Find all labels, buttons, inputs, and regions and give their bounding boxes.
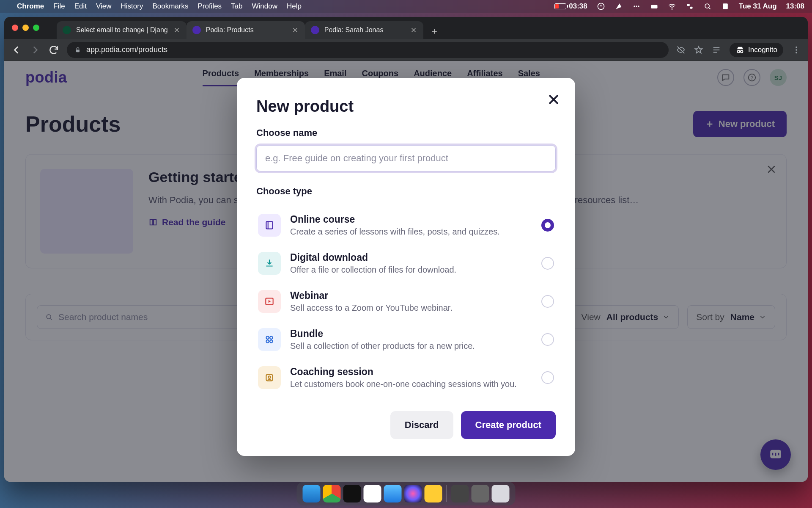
wifi-icon[interactable] xyxy=(668,2,676,11)
svg-point-23 xyxy=(270,336,273,339)
type-desc: Sell access to a Zoom or YouTube webinar… xyxy=(290,303,532,313)
tab-close-icon[interactable] xyxy=(291,26,299,34)
dock-mail-icon[interactable] xyxy=(384,485,402,502)
window-minimize-button[interactable] xyxy=(22,25,29,31)
type-option-digital-download[interactable]: Digital download Offer a file or collect… xyxy=(256,244,556,282)
bookmark-star-icon[interactable] xyxy=(694,45,703,55)
menubar-extra-icon-5[interactable] xyxy=(721,2,730,11)
menubar-extra-icon-4[interactable] xyxy=(650,2,658,11)
spotlight-icon[interactable] xyxy=(703,2,712,11)
forward-button[interactable] xyxy=(30,44,41,55)
product-type-list: Online course Create a series of lessons… xyxy=(256,206,556,397)
address-bar[interactable]: app.podia.com/products xyxy=(67,42,669,58)
radio-unselected[interactable] xyxy=(541,295,554,308)
type-option-coaching[interactable]: Coaching session Let customers book one-… xyxy=(256,359,556,397)
dock-app-icon[interactable] xyxy=(472,485,489,502)
menubar-bookmarks[interactable]: Bookmarks xyxy=(152,2,188,11)
menubar-extra-icon-2[interactable] xyxy=(614,2,623,11)
radio-unselected[interactable] xyxy=(541,257,554,270)
control-center-icon[interactable] xyxy=(686,2,694,11)
radio-unselected[interactable] xyxy=(541,371,554,384)
svg-point-1 xyxy=(634,6,635,7)
dock-terminal-icon[interactable] xyxy=(343,485,361,502)
menubar-edit[interactable]: Edit xyxy=(74,2,87,11)
menubar-extra-icon-3[interactable] xyxy=(632,2,641,11)
browser-tab-3[interactable]: Podia: Sarah Jonas xyxy=(305,21,423,39)
browser-tab-1[interactable]: Select email to change | Djang xyxy=(57,21,187,39)
window-traffic-lights[interactable] xyxy=(12,25,39,31)
menubar-tab[interactable]: Tab xyxy=(231,2,242,11)
reload-button[interactable] xyxy=(48,44,59,55)
dock-chrome-icon[interactable] xyxy=(323,485,341,502)
favicon-icon xyxy=(63,26,71,34)
svg-point-15 xyxy=(796,52,797,53)
incognito-indicator[interactable]: Incognito xyxy=(730,43,783,57)
tab-close-icon[interactable] xyxy=(410,26,417,34)
page-viewport: podia Products Memberships Email Coupons… xyxy=(4,61,808,482)
svg-point-11 xyxy=(738,50,740,52)
menubar-clock[interactable]: 13:08 xyxy=(786,2,804,11)
dock-notes-icon[interactable] xyxy=(364,485,381,502)
battery-remaining-time: 03:38 xyxy=(569,2,587,11)
browser-tab-2[interactable]: Podia: Products xyxy=(187,21,305,39)
menubar-file[interactable]: File xyxy=(53,2,65,11)
lock-icon xyxy=(74,47,81,53)
svg-rect-4 xyxy=(651,5,657,8)
type-title: Online course xyxy=(290,214,532,225)
course-icon xyxy=(258,214,281,237)
menubar-extra-icon-1[interactable] xyxy=(597,2,605,11)
window-close-button[interactable] xyxy=(12,25,18,31)
webinar-icon xyxy=(258,290,281,313)
menubar-date[interactable]: Tue 31 Aug xyxy=(739,2,777,11)
modal-close-button[interactable] xyxy=(546,92,561,107)
dock-app-icon[interactable] xyxy=(451,485,469,502)
menubar-profiles[interactable]: Profiles xyxy=(198,2,222,11)
type-option-webinar[interactable]: Webinar Sell access to a Zoom or YouTube… xyxy=(256,282,556,320)
coaching-icon xyxy=(258,366,281,389)
macos-dock[interactable] xyxy=(297,482,516,505)
radio-selected[interactable] xyxy=(541,219,554,232)
type-field-label: Choose type xyxy=(256,186,556,197)
svg-point-27 xyxy=(268,376,270,378)
battery-status[interactable]: 03:38 xyxy=(554,2,587,11)
type-desc: Let customers book one-on-one coaching s… xyxy=(290,379,532,389)
chrome-menu-icon[interactable] xyxy=(792,45,801,55)
svg-point-2 xyxy=(636,6,637,7)
type-title: Webinar xyxy=(290,290,532,301)
favicon-icon xyxy=(311,26,319,34)
svg-rect-9 xyxy=(723,3,728,9)
dock-app-icon[interactable] xyxy=(425,485,442,502)
dock-finder-icon[interactable] xyxy=(303,485,321,502)
svg-point-14 xyxy=(796,49,797,51)
tab-close-icon[interactable] xyxy=(173,26,181,34)
back-button[interactable] xyxy=(11,44,22,55)
create-product-button[interactable]: Create product xyxy=(461,411,556,439)
menubar-app-name[interactable]: Chrome xyxy=(17,2,44,11)
svg-point-8 xyxy=(705,4,709,8)
dock-siri-icon[interactable] xyxy=(404,485,422,502)
discard-button[interactable]: Discard xyxy=(390,411,453,439)
svg-point-24 xyxy=(266,340,269,343)
tab-title: Select email to change | Djang xyxy=(76,26,168,34)
svg-point-5 xyxy=(672,8,673,9)
new-tab-button[interactable] xyxy=(427,24,442,39)
svg-rect-7 xyxy=(690,7,693,9)
menubar-window[interactable]: Window xyxy=(252,2,277,11)
type-desc: Offer a file or collection of files for … xyxy=(290,265,532,275)
menubar-help[interactable]: Help xyxy=(287,2,302,11)
reading-list-icon[interactable] xyxy=(712,45,721,55)
eye-off-icon[interactable] xyxy=(676,45,686,55)
svg-point-12 xyxy=(741,50,743,52)
type-title: Digital download xyxy=(290,252,532,263)
window-zoom-button[interactable] xyxy=(33,25,39,31)
svg-point-25 xyxy=(270,340,273,343)
modal-title: New product xyxy=(256,97,556,116)
menubar-history[interactable]: History xyxy=(121,2,143,11)
type-option-online-course[interactable]: Online course Create a series of lessons… xyxy=(256,206,556,244)
macos-menubar[interactable]: Chrome File Edit View History Bookmarks … xyxy=(0,0,812,13)
radio-unselected[interactable] xyxy=(541,333,554,346)
menubar-view[interactable]: View xyxy=(96,2,112,11)
product-name-input[interactable] xyxy=(256,145,556,171)
dock-trash-icon[interactable] xyxy=(492,485,510,502)
type-option-bundle[interactable]: Bundle Sell a collection of other produc… xyxy=(256,320,556,359)
